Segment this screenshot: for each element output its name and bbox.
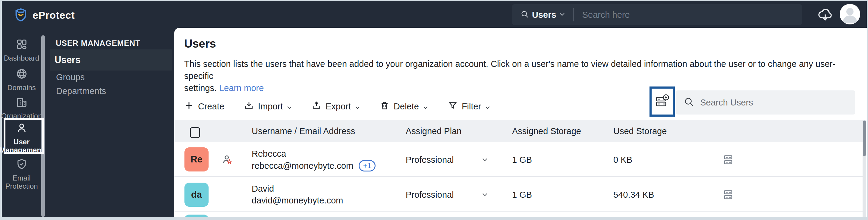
select-all-checkbox[interactable] bbox=[190, 127, 200, 138]
row-divider bbox=[174, 176, 863, 177]
avatar: Re bbox=[184, 147, 209, 171]
storage-columns-highlight-box bbox=[650, 87, 675, 117]
subnav-item-label: Groups bbox=[56, 72, 85, 82]
user-avatar[interactable] bbox=[840, 4, 860, 24]
shield-check-icon bbox=[16, 158, 28, 172]
sidebar-item-label: Domains bbox=[7, 84, 36, 92]
table-scrollbar-thumb[interactable] bbox=[863, 121, 866, 156]
chevron-down-icon[interactable] bbox=[482, 157, 488, 163]
user-icon bbox=[16, 122, 28, 136]
user-email[interactable]: david@moneybyte.com bbox=[252, 196, 343, 206]
avatar-initials: Re bbox=[190, 154, 203, 165]
row-divider bbox=[174, 211, 863, 212]
sidebar-item-label: User bbox=[13, 138, 30, 146]
avatar bbox=[184, 215, 209, 217]
search-divider bbox=[573, 8, 574, 22]
user-email-line: rebecca@moneybyte.com +1 bbox=[252, 160, 375, 171]
funnel-icon bbox=[448, 101, 458, 113]
app-logo: eProtect bbox=[14, 7, 75, 23]
search-scope-label: Users bbox=[532, 10, 556, 20]
assigned-storage-value: 1 GB bbox=[512, 155, 532, 165]
global-search-input[interactable] bbox=[582, 10, 802, 20]
sidebar-item-organization[interactable]: Organization bbox=[2, 96, 41, 120]
sidebar-item-email-protection[interactable]: Email Protection bbox=[2, 158, 41, 190]
sidebar-item-dashboard[interactable]: Dashboard bbox=[2, 38, 41, 62]
table-header-row: Username / Email Address Assigned Plan A… bbox=[174, 120, 863, 142]
search-icon bbox=[684, 97, 694, 108]
subnav-item-departments[interactable]: Departments bbox=[56, 86, 106, 96]
delete-button[interactable]: Delete bbox=[380, 101, 428, 113]
import-icon bbox=[244, 101, 254, 113]
subnav-item-label: Users bbox=[50, 55, 81, 65]
page-description: This section lists the users that have b… bbox=[184, 58, 850, 94]
eprotect-shield-icon bbox=[14, 7, 28, 23]
dashboard-icon bbox=[16, 38, 28, 52]
description-line1: This section lists the users that have b… bbox=[184, 59, 835, 81]
import-label: Import bbox=[258, 101, 283, 112]
column-header[interactable]: Used Storage bbox=[613, 126, 667, 136]
delete-label: Delete bbox=[394, 101, 419, 112]
table-row-partial[interactable] bbox=[174, 212, 863, 217]
chevron-down-icon bbox=[355, 101, 360, 112]
assigned-plan-value[interactable]: Professional bbox=[406, 155, 454, 165]
chevron-down-icon bbox=[559, 12, 565, 18]
sidebar-item-domains[interactable]: Domains bbox=[2, 67, 41, 92]
used-storage-value: 540.34 KB bbox=[613, 190, 654, 200]
search-scope-dropdown[interactable]: Users bbox=[512, 10, 565, 20]
learn-more-link[interactable]: Learn more bbox=[219, 83, 264, 93]
user-name[interactable]: Rebecca bbox=[252, 149, 286, 159]
column-header[interactable]: Username / Email Address bbox=[252, 126, 355, 136]
assigned-storage-value: 1 GB bbox=[512, 190, 532, 200]
extra-email-count-badge[interactable]: +1 bbox=[359, 160, 375, 171]
subnav-item-groups[interactable]: Groups bbox=[56, 72, 85, 82]
table-toolbar: Create Import Export Delete Filter bbox=[184, 99, 490, 113]
storage-detail-icon[interactable] bbox=[723, 154, 734, 167]
assigned-plan-value[interactable]: Professional bbox=[406, 190, 454, 200]
avatar-initials: da bbox=[191, 189, 202, 200]
create-button[interactable]: Create bbox=[184, 101, 224, 113]
filter-label: Filter bbox=[462, 101, 481, 112]
export-label: Export bbox=[326, 101, 351, 112]
plus-icon bbox=[184, 101, 194, 113]
avatar: da bbox=[184, 183, 209, 207]
top-bar: eProtect Users bbox=[2, 1, 867, 28]
organization-icon bbox=[16, 96, 28, 110]
filter-button[interactable]: Filter bbox=[448, 101, 490, 113]
export-button[interactable]: Export bbox=[312, 101, 360, 113]
user-email[interactable]: rebecca@moneybyte.com bbox=[252, 161, 353, 171]
sidebar-item-label: Dashboard bbox=[4, 54, 39, 62]
chevron-down-icon bbox=[485, 101, 490, 112]
subnav-item-users[interactable]: Users bbox=[50, 50, 172, 70]
chevron-down-icon bbox=[423, 101, 428, 112]
chevron-down-icon bbox=[287, 101, 292, 112]
sidebar-item-label: Management bbox=[0, 146, 44, 154]
column-header[interactable]: Assigned Plan bbox=[406, 126, 461, 136]
cloud-download-icon[interactable] bbox=[817, 8, 833, 23]
search-users-field bbox=[676, 90, 855, 115]
storage-detail-icon[interactable] bbox=[723, 189, 734, 202]
column-header[interactable]: Assigned Storage bbox=[512, 126, 581, 136]
trash-icon bbox=[380, 101, 390, 113]
sidebar-item-label: Protection bbox=[5, 182, 38, 190]
sidebar-item-label: Email bbox=[12, 174, 30, 182]
storage-export-icon[interactable] bbox=[655, 94, 670, 109]
export-icon bbox=[312, 101, 321, 113]
subnav-title: USER MANAGEMENT bbox=[56, 38, 141, 48]
description-line2: settings. bbox=[184, 83, 217, 93]
table-row[interactable]: da David david@moneybyte.com Professiona… bbox=[174, 178, 863, 212]
user-name[interactable]: David bbox=[252, 184, 274, 194]
table-row[interactable]: Re Rebecca rebecca@moneybyte.com +1 Prof… bbox=[174, 142, 863, 177]
admin-user-icon bbox=[221, 154, 233, 167]
app-title: eProtect bbox=[33, 9, 75, 21]
globe-icon bbox=[16, 67, 28, 82]
sidebar-item-user-management[interactable]: User Management bbox=[2, 122, 41, 154]
user-email-line: david@moneybyte.com bbox=[252, 196, 343, 206]
search-users-input[interactable] bbox=[700, 97, 855, 108]
create-label: Create bbox=[198, 101, 224, 112]
import-button[interactable]: Import bbox=[244, 101, 292, 113]
search-icon bbox=[521, 10, 529, 20]
page-title: Users bbox=[184, 37, 216, 50]
used-storage-value: 0 KB bbox=[613, 155, 632, 165]
chevron-down-icon[interactable] bbox=[482, 192, 488, 198]
subnav-item-label: Departments bbox=[56, 86, 106, 96]
